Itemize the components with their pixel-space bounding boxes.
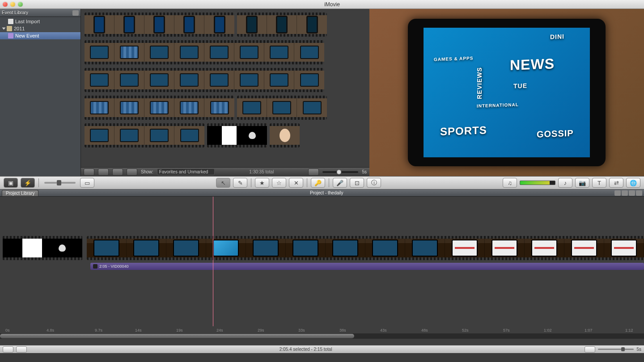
timeline-ruler: 0s 4.8s 9.7s 14s 19s 24s 29s 33s 38s 43s…	[3, 328, 644, 333]
scrollbar-thumb[interactable]	[0, 334, 354, 338]
event-clip[interactable]	[85, 13, 234, 37]
event-clip[interactable]	[85, 123, 204, 147]
playhead[interactable]	[213, 197, 213, 326]
unmark-button[interactable]: ☆	[272, 178, 286, 188]
event-clip[interactable]	[270, 123, 300, 147]
event-icon	[8, 33, 13, 38]
separator	[307, 178, 307, 187]
keyword-button[interactable]: 🔑	[311, 178, 325, 188]
play-fullscreen-button[interactable]	[3, 346, 13, 353]
inspector-button[interactable]: ⓘ	[367, 178, 381, 188]
ruler-tick: 1:07	[585, 328, 593, 333]
ruler-tick: 24s	[216, 328, 223, 333]
event-browser[interactable]: Show: Favorites and Unmarked 1:30:35 tot…	[81, 9, 369, 176]
maps-browser-button[interactable]: 🌐	[626, 178, 640, 188]
photo-browser-button[interactable]: 📷	[575, 178, 589, 188]
ruler-tick: 9.7s	[95, 328, 102, 333]
ruler-tick: 1:12	[625, 328, 633, 333]
timeline-clip[interactable]	[3, 236, 82, 260]
transition-browser-button[interactable]: ⇄	[609, 178, 623, 188]
close-window-button[interactable]	[3, 2, 8, 7]
news-tile: GOSSIP	[537, 128, 574, 140]
timeline-video-track	[3, 236, 644, 260]
thumbnail-zoom-value: 5s	[362, 169, 367, 174]
upper-pane: Event Library Last Import 2011 New Event	[0, 9, 644, 176]
separator	[38, 178, 39, 187]
timeline-scrollbar[interactable]	[0, 333, 644, 339]
view-option-button[interactable]	[636, 190, 642, 196]
frame-size-icon[interactable]: ▭	[80, 178, 94, 188]
show-label: Show:	[141, 169, 153, 174]
swap-layout-button[interactable]	[84, 168, 94, 176]
separator	[251, 178, 251, 187]
speaker-icon	[93, 264, 97, 269]
favorite-button[interactable]: ★	[255, 178, 269, 188]
event-clip-selected[interactable]	[207, 123, 267, 147]
play-fullscreen-button[interactable]	[98, 168, 109, 176]
tree-item-last-import[interactable]: Last Import	[0, 18, 80, 25]
tree-item-year-2011[interactable]: 2011	[0, 25, 80, 32]
edit-tool-button[interactable]: ✎	[233, 178, 247, 188]
news-tile: INTERNATIONAL	[477, 102, 519, 109]
event-clip[interactable]	[85, 96, 234, 120]
play-button[interactable]	[112, 168, 123, 176]
ruler-tick: 4.8s	[47, 328, 54, 333]
arrow-tool-button[interactable]: ↖	[216, 178, 230, 188]
main-toolbar: ▣ ⚡ ▭ ↖ ✎ ★ ☆ ✕ 🔑 🎤 ⊡ ⓘ ♫ ♪ 📷 T ⇄ 🌐	[0, 176, 644, 189]
thumbnail-toggle[interactable]	[585, 346, 595, 353]
event-clip[interactable]	[85, 68, 324, 92]
thumbnail-size-toggle[interactable]	[308, 168, 319, 176]
thumbnail-zoom-slider[interactable]	[322, 171, 358, 173]
event-total-duration: 1:30:35 total	[218, 169, 305, 174]
timeline-zoom-value: 5s	[636, 347, 641, 352]
app-title: iMovie	[23, 1, 641, 8]
ruler-tick: 14s	[135, 328, 142, 333]
import-camera-button[interactable]: ▣	[4, 178, 18, 188]
title-browser-button[interactable]: T	[592, 178, 606, 188]
view-option-button[interactable]	[629, 190, 635, 196]
event-library-sidebar: Event Library Last Import 2011 New Event	[0, 9, 81, 176]
play-project-button[interactable]	[16, 346, 27, 353]
show-filter-select[interactable]: Favorites and Unmarked	[157, 168, 215, 175]
project-library-tab[interactable]: Project Library	[2, 190, 38, 196]
tree-item-new-event[interactable]: New Event	[0, 32, 80, 39]
project-title: Project - thedaily	[38, 190, 614, 195]
event-clip[interactable]	[237, 96, 327, 120]
preview-viewer[interactable]: NEWS SPORTS GOSSIP REVIEWS GAMES & APPS …	[369, 9, 644, 176]
project-timeline[interactable]: 2:05 - VID00040 0s 4.8s 9.7s 14s 19s 24s…	[0, 197, 644, 345]
import-icon	[8, 19, 13, 24]
ipad-screen: NEWS SPORTS GOSSIP REVIEWS GAMES & APPS …	[424, 28, 589, 157]
window-controls	[3, 2, 23, 7]
frame-size-slider[interactable]	[44, 182, 76, 184]
titlebar: iMovie	[0, 0, 644, 9]
timeline-audio-clip[interactable]: 2:05 - VID00040	[90, 263, 644, 270]
audio-clip-label: 2:05 - VID00040	[99, 264, 129, 269]
event-clip[interactable]	[85, 40, 324, 64]
timeline-clip-selected[interactable]	[87, 236, 644, 260]
news-tile: DINI	[550, 33, 564, 40]
project-view-controls	[614, 190, 644, 196]
selection-status: 2:05.4 selected - 2:15 total	[30, 347, 582, 352]
zoom-window-button[interactable]	[18, 2, 23, 7]
music-browser-button[interactable]: ♪	[558, 178, 572, 188]
tree-label: Last Import	[15, 19, 40, 24]
ruler-tick: 33s	[298, 328, 305, 333]
crop-button[interactable]: ⊡	[350, 178, 364, 188]
search-button[interactable]	[127, 168, 137, 176]
news-tile: TUE	[513, 82, 527, 89]
ruler-tick: 48s	[421, 328, 428, 333]
minimize-window-button[interactable]	[10, 2, 15, 7]
event-clip[interactable]	[237, 13, 327, 37]
ruler-tick: 1:02	[544, 328, 552, 333]
news-tile: REVIEWS	[476, 67, 483, 99]
audio-skim-toggle[interactable]: ♫	[503, 178, 517, 188]
sidebar-toggle-icon[interactable]	[72, 10, 79, 16]
voiceover-button[interactable]: 🎤	[333, 178, 347, 188]
ruler-tick: 57s	[503, 328, 510, 333]
import-movies-button[interactable]: ⚡	[21, 178, 35, 188]
view-option-button[interactable]	[622, 190, 628, 196]
event-library-header: Event Library	[0, 9, 80, 17]
timeline-zoom-slider[interactable]	[598, 349, 634, 350]
reject-button[interactable]: ✕	[289, 178, 303, 188]
view-option-button[interactable]	[614, 190, 621, 196]
